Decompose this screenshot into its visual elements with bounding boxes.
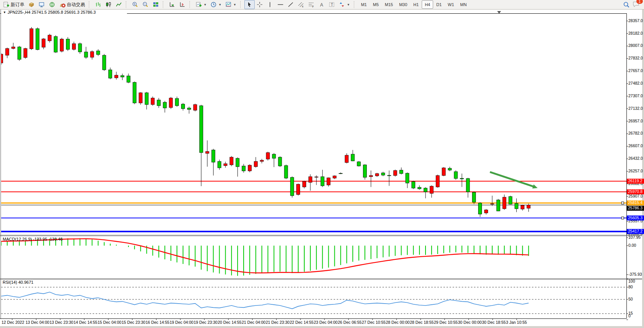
rsi-tick-label: 0 xyxy=(628,314,631,318)
horizontal-line-icon xyxy=(277,2,284,8)
tab-d1[interactable]: D1 xyxy=(433,0,445,9)
chart-area[interactable]: 28357.028182.028007.027832.027657.027482… xyxy=(0,10,644,328)
zoom-out-button[interactable] xyxy=(140,0,151,9)
periods-button[interactable]: ▼ xyxy=(209,0,223,9)
terminal-button[interactable] xyxy=(37,0,47,9)
text-label-tool-button[interactable]: T xyxy=(327,0,337,9)
candle-body xyxy=(212,150,215,162)
candle-body xyxy=(345,155,348,162)
time-tick-label: 21 Dec 04:00 xyxy=(242,320,266,325)
candle-body xyxy=(36,29,39,50)
candle-body xyxy=(266,153,270,159)
monitor-icon xyxy=(39,2,45,8)
quotes-button[interactable] xyxy=(26,0,37,9)
candle-body xyxy=(139,93,142,103)
line-chart-icon xyxy=(116,2,122,8)
tab-m5[interactable]: M5 xyxy=(370,0,382,9)
price-tick-label: 27132.0 xyxy=(628,106,643,111)
candle-body xyxy=(5,48,9,55)
candle-body xyxy=(460,178,464,179)
new-order-button[interactable]: 新订单 xyxy=(1,0,26,9)
candle-body xyxy=(315,177,318,177)
candle-body xyxy=(103,55,106,70)
candle-body xyxy=(291,177,294,196)
chart-background xyxy=(0,10,644,328)
time-tick-label: 29 Dec 10:55 xyxy=(434,320,458,325)
candle-body xyxy=(109,70,112,78)
horizontal-line-tool-button[interactable] xyxy=(275,0,286,9)
candle-body xyxy=(199,106,203,153)
candle-body xyxy=(400,170,403,174)
candle-body xyxy=(193,105,197,110)
cursor-tool-button[interactable] xyxy=(244,0,255,9)
line-handle[interactable] xyxy=(622,202,624,204)
candle-body xyxy=(406,173,409,183)
candle-body xyxy=(472,192,476,202)
trendline-tool-button[interactable] xyxy=(286,0,296,9)
candle-body xyxy=(381,173,385,175)
time-tick-label: 23 Dec 04:00 xyxy=(314,320,338,325)
autotrade-button[interactable]: 自动交易 xyxy=(57,0,87,9)
candle-body xyxy=(11,47,15,48)
channel-tool-button[interactable]: E xyxy=(296,0,306,9)
candle-body xyxy=(236,158,239,167)
tile-windows-button[interactable] xyxy=(151,0,161,9)
arrows-tool-button[interactable]: ▼ xyxy=(337,0,352,9)
search-icon[interactable] xyxy=(623,2,630,8)
line-chart-mode-button[interactable] xyxy=(114,0,124,9)
time-tick-label: 13 Dec 04:00 xyxy=(26,320,50,325)
line-handle[interactable] xyxy=(622,217,624,219)
candle-body xyxy=(187,108,191,109)
candle-body xyxy=(375,174,379,176)
signals-button[interactable] xyxy=(47,0,57,9)
candle-body xyxy=(133,82,136,103)
tab-m15[interactable]: M15 xyxy=(382,0,396,9)
candle-body xyxy=(30,29,33,49)
tab-h1[interactable]: H1 xyxy=(410,0,422,9)
candle-body xyxy=(18,47,21,59)
candle-body xyxy=(485,210,488,213)
candle-body xyxy=(393,170,397,175)
time-tick-label: 14 Dec 14:55 xyxy=(74,320,98,325)
package-icon xyxy=(28,2,35,8)
new-chart-button[interactable]: ▼ xyxy=(194,0,209,9)
candle-body xyxy=(308,177,312,182)
candle-chart-mode-button[interactable] xyxy=(103,0,114,9)
fibonacci-tool-button[interactable]: F xyxy=(306,0,316,9)
notifications-button[interactable]: 1 xyxy=(633,1,640,9)
candle-body xyxy=(175,98,179,106)
vertical-line-tool-button[interactable] xyxy=(265,0,275,9)
price-badge-25605.3-text: 25605.3 xyxy=(628,215,642,220)
candle-body xyxy=(248,165,251,171)
indicators-button[interactable]: ▼ xyxy=(223,0,238,9)
chart-shift-button[interactable] xyxy=(177,0,188,9)
new-order-icon xyxy=(3,2,10,8)
auto-scroll-button[interactable] xyxy=(167,0,177,9)
tab-h4[interactable]: H4 xyxy=(422,0,433,9)
candle-body xyxy=(163,102,167,108)
main-toolbar: 新订单 自动交易 xyxy=(0,0,644,10)
time-tick-label: 30 Dec 18:55 xyxy=(482,320,506,325)
text-tool-button[interactable]: A xyxy=(316,0,327,9)
candle-body xyxy=(339,173,342,174)
zoom-in-button[interactable] xyxy=(130,0,140,9)
candle-body xyxy=(48,35,51,41)
candle-body xyxy=(242,166,246,171)
tab-m1[interactable]: M1 xyxy=(358,0,370,9)
current-price-badge: 25786.3 xyxy=(627,206,644,211)
crosshair-tool-button[interactable] xyxy=(255,0,265,9)
time-tick-label: 12 Dec 2022 xyxy=(2,320,24,325)
candle-body xyxy=(230,157,233,165)
bar-chart-mode-button[interactable] xyxy=(93,0,103,9)
crosshair-icon xyxy=(257,2,263,8)
trendline-icon xyxy=(287,2,294,8)
candle-body xyxy=(24,48,27,58)
tab-m30[interactable]: M30 xyxy=(396,0,410,9)
tab-w1[interactable]: W1 xyxy=(445,0,457,9)
candle-body xyxy=(430,186,433,193)
symbol-collapse-icon: ▼ xyxy=(3,11,6,14)
new-order-label: 新订单 xyxy=(11,2,24,8)
tab-mn[interactable]: MN xyxy=(457,0,470,9)
indicators-icon xyxy=(225,2,232,8)
candle-body xyxy=(503,197,506,209)
